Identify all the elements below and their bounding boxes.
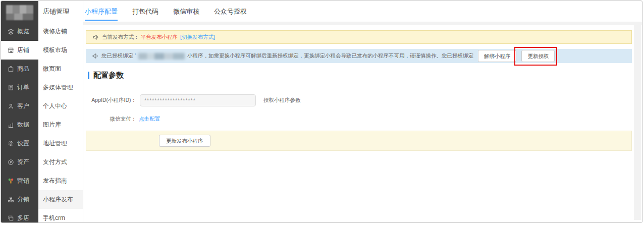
tab-miniprogram-config[interactable]: 小程序配置	[85, 1, 118, 22]
sidebar-item-label: 营销	[17, 177, 29, 185]
goods-icon	[8, 66, 14, 72]
sidebar-item-data[interactable]: 数据	[1, 116, 38, 134]
sidebar-item-label: 店铺	[17, 46, 29, 54]
publish-mode-value: 平台发布小程序	[141, 34, 178, 41]
wechat-pay-row: 微信支付： 点击配置	[86, 116, 632, 123]
sidebar-item-label: 客户	[17, 102, 29, 110]
sidebar-item-multistore[interactable]: 多店	[1, 209, 38, 223]
bar-chart-icon	[8, 122, 14, 128]
speaker-icon	[92, 53, 98, 59]
marketing-icon	[8, 178, 14, 184]
bound-miniprogram-name-redacted	[138, 53, 185, 60]
menu-item-media-management[interactable]: 多媒体管理	[38, 78, 83, 97]
menu-item-address-management[interactable]: 地址管理	[38, 134, 83, 153]
sidebar-item-assets[interactable]: 资产	[1, 153, 38, 172]
appid-label: AppID(小程序ID)：	[86, 97, 136, 104]
publish-mode-label: 当前发布方式：	[102, 34, 139, 41]
bind-notice-text-after: 小程序，如需更换小程序可解绑后重新授权绑定，更换绑定小程会导致已发布的小程序不可…	[187, 52, 473, 60]
speaker-icon	[93, 34, 99, 40]
menu-item-image-library[interactable]: 图片库	[38, 116, 83, 134]
update-publish-button[interactable]: 更新发布小程序	[159, 135, 210, 147]
tab-package-code[interactable]: 打包代码	[132, 1, 158, 22]
menu-item-decorate-shop[interactable]: 装修店铺	[38, 22, 83, 41]
gear-icon	[8, 140, 14, 147]
right-gutter	[634, 25, 641, 220]
sidebar-item-label: 数据	[17, 121, 29, 129]
menu-item-miniprogram-publish[interactable]: 小程序发布	[38, 190, 83, 209]
appid-input[interactable]	[140, 94, 256, 106]
sidebar-item-distribution[interactable]: 分销	[1, 190, 38, 209]
primary-sidebar: 概览 店铺 商品 订单 客户 数据 设置 资产	[1, 1, 38, 222]
menu-item-payment-method[interactable]: 支付方式	[38, 153, 83, 172]
menu-item-micro-page[interactable]: 微页面	[38, 60, 83, 78]
sidebar-item-label: 设置	[17, 139, 29, 148]
distribution-icon	[8, 196, 14, 203]
menu-item-template-market[interactable]: 模板市场	[38, 41, 83, 60]
sidebar-item-orders[interactable]: 订单	[1, 78, 38, 97]
sidebar-item-label: 订单	[17, 83, 29, 92]
section-accent-bar	[88, 72, 89, 79]
multistore-icon	[8, 215, 14, 221]
tab-bar: 小程序配置 打包代码 微信审核 公众号授权	[83, 1, 642, 22]
assets-icon	[8, 159, 14, 165]
customer-icon	[8, 103, 14, 109]
shop-icon	[8, 47, 14, 53]
sidebar-item-overview[interactable]: 概览	[1, 22, 38, 41]
menu-item-personal-center[interactable]: 个人中心	[38, 97, 83, 116]
bind-notice-text-before: 您已授权绑定 '	[101, 52, 136, 60]
switch-publish-mode-link[interactable]: [切换发布方式]	[180, 34, 215, 41]
tab-wechat-review[interactable]: 微信审核	[173, 1, 199, 22]
sidebar-item-label: 多店	[17, 214, 29, 222]
overview-icon	[8, 28, 14, 35]
wechat-pay-label: 微信支付：	[86, 116, 136, 123]
publish-action-bar: 更新发布小程序	[86, 131, 632, 151]
sidebar-item-label: 商品	[17, 65, 29, 73]
section-title-config: 配置参数	[88, 71, 632, 80]
tab-official-account-auth[interactable]: 公众号授权	[214, 1, 247, 22]
update-auth-button[interactable]: 更新授权	[521, 50, 555, 63]
sidebar-item-label: 概览	[17, 27, 29, 36]
appid-row: AppID(小程序ID)： 授权小程序参数	[86, 94, 632, 106]
bind-notice: 您已授权绑定 ' 小程序，如需更换小程序可解绑后重新授权绑定，更换绑定小程会导致…	[86, 49, 632, 63]
publish-mode-notice: 当前发布方式： 平台发布小程序 [切换发布方式]	[86, 30, 632, 44]
main-panel: 当前发布方式： 平台发布小程序 [切换发布方式] 您已授权绑定 ' 小程序，如需…	[83, 22, 642, 222]
secondary-sidebar-title: 店铺管理	[38, 1, 83, 22]
wechat-pay-config-link[interactable]: 点击配置	[139, 116, 160, 123]
sidebar-item-label: 分销	[17, 195, 29, 204]
secondary-sidebar: 店铺管理 装修店铺 模板市场 微页面 多媒体管理 个人中心 图片库 地址管理 支…	[38, 1, 83, 222]
sidebar-item-shop[interactable]: 店铺	[1, 41, 38, 60]
order-icon	[8, 84, 14, 91]
content-area: 小程序配置 打包代码 微信审核 公众号授权 当前发布方式： 平台发布小程序 [切…	[83, 1, 642, 222]
section-title-text: 配置参数	[93, 71, 124, 80]
sidebar-item-goods[interactable]: 商品	[1, 60, 38, 78]
app-window: 概览 店铺 商品 订单 客户 数据 设置 资产	[1, 1, 642, 223]
sidebar-item-settings[interactable]: 设置	[1, 134, 38, 153]
sidebar-item-marketing[interactable]: 营销	[1, 172, 38, 190]
sidebar-item-customers[interactable]: 客户	[1, 97, 38, 116]
menu-item-mobile-crm[interactable]: 手机crm	[38, 209, 83, 223]
menu-item-publish-guide[interactable]: 发布指南	[38, 172, 83, 190]
unbind-miniprogram-button[interactable]: 解绑小程序	[478, 50, 517, 63]
appid-hint: 授权小程序参数	[263, 97, 301, 104]
app-logo	[6, 5, 33, 20]
sidebar-item-label: 资产	[17, 158, 29, 166]
